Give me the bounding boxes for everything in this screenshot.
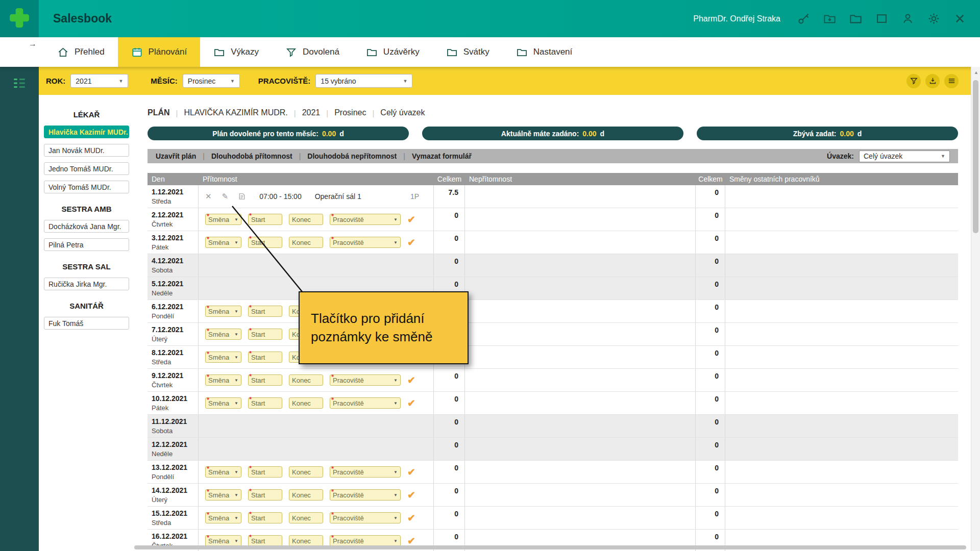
scroll-up-icon[interactable]: ▲ xyxy=(974,70,978,75)
start-input[interactable] xyxy=(248,466,282,478)
pracoviste-select[interactable]: *Pracoviště▼ xyxy=(330,489,401,500)
filter-button[interactable] xyxy=(906,74,921,88)
konec-input[interactable] xyxy=(289,535,323,546)
close-icon[interactable] xyxy=(953,12,967,26)
smena-select[interactable]: *Směna▼ xyxy=(205,306,241,317)
checklist-icon[interactable] xyxy=(12,76,27,91)
smena-select[interactable]: *Směna▼ xyxy=(205,374,241,386)
konec-input[interactable] xyxy=(289,374,323,386)
staff-item[interactable]: Volný Tomáš MUDr. xyxy=(44,181,129,193)
start-input[interactable] xyxy=(248,237,282,248)
pracoviste-select[interactable]: *Pracoviště▼ xyxy=(330,535,401,546)
smena-select[interactable]: *Směna▼ xyxy=(205,466,241,478)
folder-icon[interactable] xyxy=(849,12,863,26)
others-shifts-cell xyxy=(725,208,958,231)
start-input[interactable] xyxy=(248,512,282,523)
horizontal-scroll-thumb[interactable] xyxy=(134,545,966,549)
smena-select[interactable]: *Směna▼ xyxy=(205,329,241,340)
tab-planovani[interactable]: Plánování xyxy=(118,37,201,67)
row-day-name: Pátek xyxy=(152,243,198,251)
staff-item[interactable]: Fuk Tomáš xyxy=(44,317,129,330)
staff-item[interactable]: Hlavička Kazimír MUDr. xyxy=(44,126,129,138)
pracoviste-select[interactable]: *Pracoviště▼ xyxy=(330,466,401,478)
pracoviste-select[interactable]: 15 vybráno▼ xyxy=(315,74,412,88)
confirm-check-icon[interactable]: ✔ xyxy=(407,374,415,386)
forward-arrow-icon[interactable]: → xyxy=(29,39,37,48)
start-input[interactable] xyxy=(248,489,282,500)
konec-input[interactable] xyxy=(289,466,323,478)
konec-input[interactable] xyxy=(289,512,323,523)
breadcrumb-item[interactable]: Prosinec xyxy=(334,108,366,117)
action-vymazat-formular[interactable]: Vymazat formulář xyxy=(412,152,472,160)
gear-icon[interactable] xyxy=(927,12,941,26)
pracoviste-select[interactable]: *Pracoviště▼ xyxy=(330,512,401,523)
smena-select[interactable]: *Směna▼ xyxy=(205,489,241,500)
select-placeholder: Směna xyxy=(208,377,229,384)
confirm-check-icon[interactable]: ✔ xyxy=(407,214,415,226)
key-icon[interactable] xyxy=(797,12,811,26)
pracoviste-select[interactable]: *Pracoviště▼ xyxy=(330,214,401,225)
tab-nastaveni[interactable]: Nastavení xyxy=(503,37,586,67)
tab-uzaverky[interactable]: Uzávěrky xyxy=(353,37,433,67)
start-input[interactable] xyxy=(248,352,282,363)
folder-download-icon[interactable] xyxy=(823,12,837,26)
uvazek-select[interactable]: Celý úvazek ▼ xyxy=(859,151,950,162)
action-uzavrit-plan[interactable]: Uzavřít plán xyxy=(156,152,196,160)
smena-select[interactable]: *Směna▼ xyxy=(205,397,241,409)
konec-input[interactable] xyxy=(289,489,323,500)
tab-dovolena[interactable]: Dovolená xyxy=(272,37,353,67)
breadcrumb-item[interactable]: 2021 xyxy=(302,108,321,117)
confirm-check-icon[interactable]: ✔ xyxy=(407,397,415,409)
tab-prehled[interactable]: Přehled xyxy=(44,37,118,67)
breadcrumb-item[interactable]: HLAVIČKA KAZIMÍR MUDR. xyxy=(184,108,287,117)
tab-svatky[interactable]: Svátky xyxy=(433,37,503,67)
pracoviste-select[interactable]: *Pracoviště▼ xyxy=(330,397,401,409)
smena-select[interactable]: *Směna▼ xyxy=(205,352,241,363)
tab-vykazy[interactable]: Výkazy xyxy=(200,37,272,67)
required-asterisk: * xyxy=(249,396,252,402)
start-input[interactable] xyxy=(248,374,282,386)
rok-select[interactable]: 2021▼ xyxy=(70,74,128,88)
confirm-check-icon[interactable]: ✔ xyxy=(407,466,415,478)
banner-value: 0.00 xyxy=(840,130,854,138)
smena-select[interactable]: *Směna▼ xyxy=(205,512,241,523)
user-icon[interactable] xyxy=(901,12,915,26)
edit-shift-icon[interactable]: ✎ xyxy=(222,192,229,201)
delete-shift-icon[interactable]: ✕ xyxy=(205,192,212,201)
smena-select[interactable]: *Směna▼ xyxy=(205,535,241,546)
smena-select[interactable]: *Směna▼ xyxy=(205,237,241,248)
konec-input[interactable] xyxy=(289,397,323,409)
breadcrumb-item[interactable]: Celý úvazek xyxy=(380,108,425,117)
window-icon[interactable] xyxy=(875,12,889,26)
action-dlouhodoba-nepritomnost[interactable]: Dlouhodobá nepřítomnost xyxy=(307,152,397,160)
staff-item[interactable]: Ručička Jirka Mgr. xyxy=(44,278,129,290)
start-input[interactable] xyxy=(248,306,282,317)
confirm-check-icon[interactable]: ✔ xyxy=(407,237,415,248)
absence-total-cell: 0 xyxy=(696,300,725,322)
staff-item[interactable]: Jan Novák MUDr. xyxy=(44,144,129,157)
confirm-check-icon[interactable]: ✔ xyxy=(407,512,415,524)
konec-input[interactable] xyxy=(289,237,323,248)
row-date: 11.12.2021 xyxy=(152,417,198,425)
pracoviste-select[interactable]: *Pracoviště▼ xyxy=(330,374,401,386)
banner-label: Aktuálně máte zadáno: xyxy=(501,130,579,138)
confirm-check-icon[interactable]: ✔ xyxy=(407,489,415,501)
konec-input[interactable] xyxy=(289,214,323,225)
start-input[interactable] xyxy=(248,397,282,409)
table-row: 14.12.2021Úterý*Směna▼**Pracoviště▼✔00 xyxy=(148,484,958,507)
add-note-icon[interactable] xyxy=(238,193,246,200)
pracoviste-select[interactable]: *Pracoviště▼ xyxy=(330,237,401,248)
mesic-select[interactable]: Prosinec▼ xyxy=(183,74,240,88)
start-input[interactable] xyxy=(248,535,282,546)
menu-button[interactable] xyxy=(944,74,959,88)
staff-item[interactable]: Jedno Tomáš MUDr. xyxy=(44,162,129,175)
vertical-scroll-thumb[interactable] xyxy=(973,80,978,233)
export-button[interactable] xyxy=(925,74,940,88)
smena-select[interactable]: *Směna▼ xyxy=(205,214,241,225)
staff-item[interactable]: Pilná Petra xyxy=(44,238,129,251)
start-input[interactable] xyxy=(248,329,282,340)
start-input[interactable] xyxy=(248,214,282,225)
action-dlouhodoba-pritomnost[interactable]: Dlouhodobá přítomnost xyxy=(211,152,292,160)
absence-cell xyxy=(465,208,696,231)
staff-item[interactable]: Docházková Jana Mgr. xyxy=(44,220,129,233)
